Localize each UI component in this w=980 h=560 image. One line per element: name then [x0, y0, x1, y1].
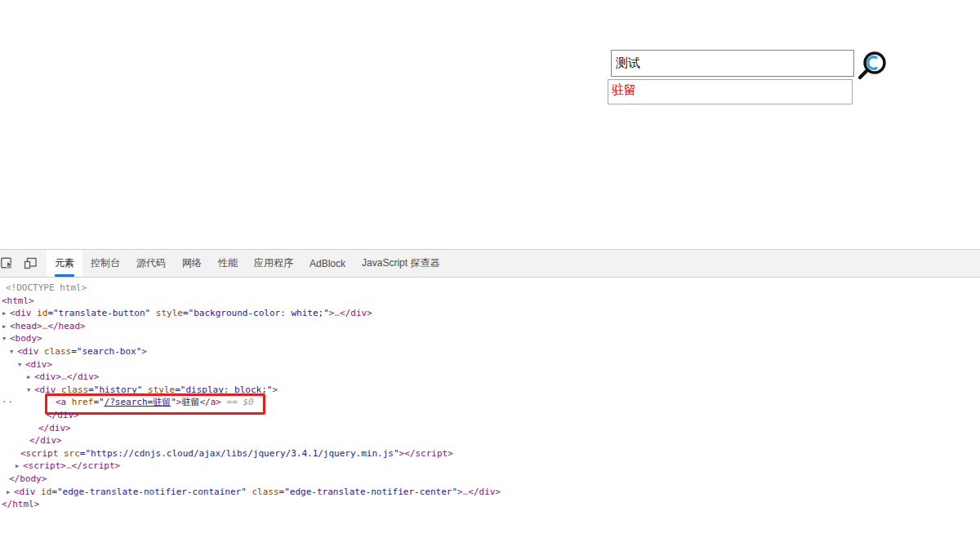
code-token: == $0	[221, 397, 254, 407]
code-token: <div>	[34, 371, 61, 382]
code-token: </div>	[468, 487, 501, 497]
tab-label: JavaScript 探查器	[362, 256, 439, 270]
code-token: >	[272, 384, 278, 395]
code-token: <body>	[10, 333, 42, 344]
code-token: ="history"	[88, 384, 142, 395]
code-token: <a	[56, 397, 66, 407]
devtools-toolbar: 元素控制台源代码网络性能应用程序AdBlockJavaScript 探查器	[0, 250, 980, 278]
code-token: >	[141, 346, 147, 357]
dom-tree-node[interactable]: ▶<div>…</div>	[0, 371, 980, 384]
expand-arrow-icon[interactable]: ▶	[27, 371, 34, 384]
collapse-arrow-icon[interactable]: ▼	[18, 359, 25, 372]
code-token: ="background-color: white;"	[183, 308, 329, 318]
expand-arrow-icon[interactable]: ▶	[2, 321, 10, 334]
code-token: </html>	[2, 499, 39, 509]
code-token: ="edge-translate-notifier-container"	[51, 487, 246, 497]
tab-label: 源代码	[136, 256, 166, 270]
code-token: ="display: block;"	[175, 384, 272, 395]
code-token: <div	[14, 487, 36, 497]
dom-tree-node[interactable]: </div>	[0, 422, 980, 435]
dom-tree-node[interactable]: ▶<head>…</head>	[0, 320, 980, 333]
code-token: 驻留	[181, 397, 199, 407]
code-token: <div	[10, 308, 32, 318]
tab-js-profiler[interactable]: JavaScript 探查器	[354, 250, 448, 277]
tab-elements[interactable]: 元素	[47, 250, 82, 277]
expand-arrow-icon[interactable]: ▶	[7, 487, 14, 500]
tab-label: 应用程序	[254, 256, 293, 270]
expand-arrow-icon[interactable]: ▶	[16, 460, 23, 473]
tab-label: 元素	[55, 256, 74, 270]
dom-tree-node[interactable]: ▼<div class="search-box">	[0, 345, 980, 358]
code-token: <!DOCTYPE html>	[6, 282, 87, 293]
dom-tree-node[interactable]: </body>	[0, 473, 980, 486]
dom-tree-node[interactable]: <html>	[0, 295, 980, 308]
dom-tree-node[interactable]: <!DOCTYPE html>	[0, 282, 980, 295]
device-toolbar-icon[interactable]	[24, 256, 38, 270]
code-token: <div	[34, 384, 56, 395]
code-token: </div>	[340, 308, 372, 318]
tab-console[interactable]: 控制台	[82, 250, 128, 277]
code-token: </div>	[38, 423, 71, 433]
search-history-link[interactable]: 驻留	[612, 82, 636, 96]
code-token: </div>	[67, 371, 100, 382]
dom-tree-node[interactable]: ▶<div id="edge-translate-notifier-contai…	[0, 486, 980, 499]
tab-label: AdBlock	[310, 258, 345, 269]
code-token: </script>	[72, 460, 121, 471]
search-input[interactable]	[611, 50, 854, 77]
tab-label: 性能	[218, 256, 238, 270]
expand-arrow-icon[interactable]: ▶	[2, 308, 10, 321]
elements-dom-tree: <!DOCTYPE html><html>▶<div id="translate…	[0, 278, 980, 560]
code-token: class	[56, 384, 89, 395]
code-token: style	[142, 384, 175, 395]
dom-tree-node[interactable]: </div>	[0, 434, 980, 447]
devtools-panel: 元素控制台源代码网络性能应用程序AdBlockJavaScript 探查器 <!…	[0, 249, 980, 560]
code-token: </body>	[9, 473, 47, 484]
code-token: ="translate-button"	[47, 308, 150, 318]
left-edge-dots: ··	[2, 396, 14, 409]
search-magnifier-icon[interactable]	[853, 46, 892, 85]
code-token: </a>	[199, 397, 221, 407]
tab-label: 控制台	[91, 256, 120, 270]
dom-tree-node[interactable]: <a href="/?search=驻留">驻留</a> == $0··	[0, 396, 980, 409]
code-token: <script>	[23, 460, 66, 471]
tab-sources[interactable]: 源代码	[128, 250, 174, 277]
tab-adblock[interactable]: AdBlock	[301, 250, 354, 277]
code-token: ="search-box"	[71, 346, 141, 357]
dom-tree-node[interactable]: ▼<div class="history" style="display: bl…	[0, 384, 980, 397]
code-token: class	[247, 487, 279, 497]
code-token: <head>	[10, 321, 42, 331]
code-token: style	[150, 308, 183, 318]
tab-network[interactable]: 网络	[174, 250, 210, 277]
code-token: ="https://cdnjs.cloud/ajax/libs/jquery/3…	[80, 448, 399, 459]
search-history-dropdown: 驻留	[608, 79, 853, 104]
code-token: </script>	[404, 448, 453, 459]
tab-performance[interactable]: 性能	[210, 250, 246, 277]
code-token: "	[171, 397, 176, 407]
code-token: <div	[17, 346, 39, 357]
code-token: ="edge-translate-notifier-center"	[279, 487, 458, 497]
dom-tree-node[interactable]: </div>	[0, 409, 980, 422]
code-token: <script	[20, 448, 58, 459]
collapse-arrow-icon[interactable]: ▼	[2, 333, 10, 346]
code-token: …	[66, 460, 72, 471]
tab-label: 网络	[182, 256, 202, 270]
devtools-tabs: 元素控制台源代码网络性能应用程序AdBlockJavaScript 探查器	[47, 250, 448, 277]
dom-tree-node[interactable]: ▼<div>	[0, 358, 980, 371]
code-token: id	[32, 308, 48, 318]
devtools-toolbar-icons	[0, 250, 47, 277]
dom-tree-node[interactable]: ▶<div id="translate-button" style="backg…	[0, 307, 980, 320]
code-token: </div>	[47, 410, 79, 420]
code-token: …	[61, 371, 67, 382]
dom-tree-node[interactable]: <script src="https://cdnjs.cloud/ajax/li…	[0, 447, 980, 460]
inspect-element-icon[interactable]	[1, 256, 15, 270]
code-token: id	[36, 487, 52, 497]
code-token: </div>	[29, 435, 62, 446]
code-token: href	[66, 397, 93, 407]
collapse-arrow-icon[interactable]: ▼	[10, 346, 17, 359]
collapse-arrow-icon[interactable]: ▼	[27, 384, 34, 398]
code-token: </head>	[47, 321, 85, 331]
tab-application[interactable]: 应用程序	[246, 250, 301, 277]
dom-tree-node[interactable]: ▼<body>	[0, 332, 980, 345]
dom-tree-node[interactable]: </html>	[0, 498, 980, 511]
dom-tree-node[interactable]: ▶<script>…</script>	[0, 460, 980, 473]
